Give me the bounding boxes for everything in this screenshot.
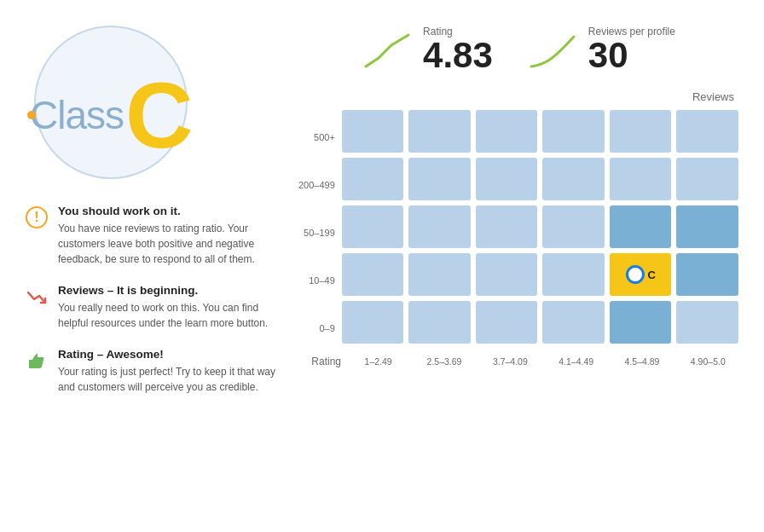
feedback-list: ! You should work on it. You have nice r… xyxy=(17,205,290,395)
grid-title: Reviews xyxy=(298,90,738,103)
position-marker xyxy=(626,265,645,284)
feedback-content-rating: Rating – Awesome! Your rating is just pe… xyxy=(58,348,281,395)
grid-container: 500+ 200–499 50–199 10–49 0–9 xyxy=(298,110,738,352)
brand-logo: Class C xyxy=(30,68,193,162)
cell-1-2 xyxy=(476,158,538,200)
feedback-title-rating: Rating – Awesome! xyxy=(58,348,281,361)
cell-2-5 xyxy=(676,205,738,248)
x-label-5: 4.90–5.0 xyxy=(678,356,738,367)
stat-rating-text: Rating 4.83 xyxy=(423,26,493,73)
cell-1-4 xyxy=(610,158,672,200)
cell-4-2 xyxy=(476,301,538,344)
feedback-desc-work: You have nice reviews to rating ratio. Y… xyxy=(58,221,281,267)
cell-3-0 xyxy=(342,253,404,296)
stats-row: Rating 4.83 Reviews per profile 30 xyxy=(290,17,747,90)
thumbs-up-icon xyxy=(26,350,48,372)
grid-row-10: C xyxy=(342,253,738,296)
right-panel: Rating 4.83 Reviews per profile 30 Revie… xyxy=(290,17,747,515)
grid-row-50 xyxy=(342,205,738,248)
y-label-500: 500+ xyxy=(314,113,335,161)
grid-row-0 xyxy=(342,301,738,344)
cell-2-4 xyxy=(610,205,672,248)
cell-3-2 xyxy=(476,253,538,296)
cell-4-3 xyxy=(542,301,605,344)
x-labels: 1–2.49 2.5–3.69 3.7–4.09 4.1–4.49 4.5–4.… xyxy=(348,356,738,367)
y-label-50: 50–199 xyxy=(304,209,335,257)
cell-1-3 xyxy=(542,158,605,200)
grid-body: C xyxy=(342,110,738,349)
y-axis: 500+ 200–499 50–199 10–49 0–9 xyxy=(298,110,335,352)
trend-down-icon xyxy=(26,286,48,308)
feedback-title-reviews: Reviews – It is beginning. xyxy=(58,284,281,297)
brand-class-text: Class xyxy=(30,92,124,138)
x-axis-title: Rating xyxy=(298,356,341,367)
x-label-4: 4.5–4.89 xyxy=(611,356,672,367)
cell-1-1 xyxy=(408,158,471,200)
x-label-3: 4.1–4.49 xyxy=(546,356,606,367)
dot-indicator xyxy=(27,111,36,119)
warning-icon: ! xyxy=(26,206,48,228)
cell-0-0 xyxy=(342,110,404,153)
cell-2-1 xyxy=(408,205,471,248)
feedback-content-reviews: Reviews – It is beginning. You really ne… xyxy=(58,284,281,331)
cell-4-0 xyxy=(342,301,404,344)
stat-reviews-per-profile: Reviews per profile 30 xyxy=(527,26,675,73)
stat-rating: Rating 4.83 xyxy=(362,26,493,73)
x-label-1: 2.5–3.69 xyxy=(414,356,474,367)
cell-1-0 xyxy=(342,158,404,200)
cell-2-0 xyxy=(342,205,404,248)
cell-4-1 xyxy=(408,301,471,344)
cell-2-3 xyxy=(542,205,605,248)
cell-0-3 xyxy=(542,110,605,153)
cell-3-4-highlighted: C xyxy=(610,253,672,296)
cell-4-4 xyxy=(610,301,672,344)
y-label-10: 10–49 xyxy=(309,257,335,304)
svg-text:!: ! xyxy=(34,210,38,224)
cell-0-4 xyxy=(610,110,672,153)
cell-0-1 xyxy=(408,110,471,153)
reviews-trend-icon xyxy=(527,28,578,71)
cell-c-label: C xyxy=(648,269,656,281)
feedback-title-work: You should work on it. xyxy=(58,205,281,217)
x-axis-row: Rating 1–2.49 2.5–3.69 3.7–4.09 4.1–4.49… xyxy=(298,356,738,367)
x-label-2: 3.7–4.09 xyxy=(480,356,541,367)
grid-section: Reviews 500+ 200–499 50–199 10–49 0–9 xyxy=(290,90,747,367)
cell-1-5 xyxy=(676,158,738,200)
brand-c-text: C xyxy=(125,68,193,162)
cell-2-2 xyxy=(476,205,538,248)
feedback-item-reviews: Reviews – It is beginning. You really ne… xyxy=(26,284,281,331)
feedback-item-rating: Rating – Awesome! Your rating is just pe… xyxy=(26,348,281,395)
feedback-content-work: You should work on it. You have nice rev… xyxy=(58,205,281,267)
cell-0-5 xyxy=(676,110,738,153)
cell-3-1 xyxy=(408,253,471,296)
y-label-200: 200–499 xyxy=(298,161,335,209)
grid-row-500 xyxy=(342,110,738,153)
grid-row-200 xyxy=(342,158,738,200)
cell-3-5 xyxy=(676,253,738,296)
stat-rating-value: 4.83 xyxy=(423,38,493,73)
stat-reviews-value: 30 xyxy=(588,38,675,73)
stat-reviews-text: Reviews per profile 30 xyxy=(588,26,675,73)
left-panel: Class C ! You should work on it. You hav… xyxy=(17,17,290,515)
rating-trend-icon xyxy=(362,28,413,71)
feedback-desc-rating: Your rating is just perfect! Try to keep… xyxy=(58,364,281,395)
cell-3-3 xyxy=(542,253,605,296)
logo-area: Class C xyxy=(17,17,290,188)
cell-0-2 xyxy=(476,110,538,153)
feedback-desc-reviews: You really need to work on this. You can… xyxy=(58,300,281,331)
x-label-0: 1–2.49 xyxy=(348,356,408,367)
feedback-item-work-on-it: ! You should work on it. You have nice r… xyxy=(26,205,281,267)
y-label-0: 0–9 xyxy=(319,304,334,352)
cell-4-5 xyxy=(676,301,738,344)
